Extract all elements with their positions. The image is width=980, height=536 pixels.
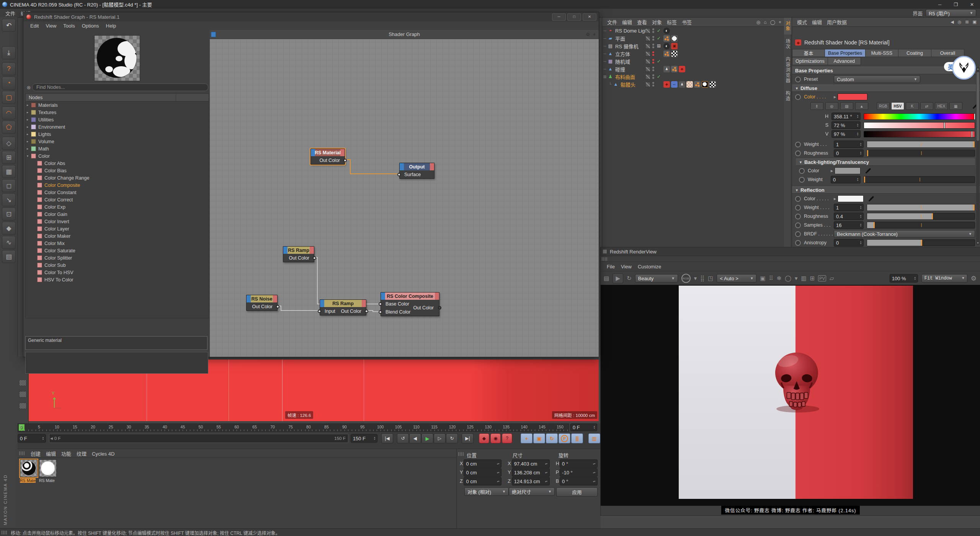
node-tree-header[interactable]: Nodes (25, 93, 209, 101)
enabled-state-icon[interactable]: ⊞ (656, 43, 662, 49)
visibility-dots[interactable] (652, 28, 654, 33)
value-field[interactable]: 97 %▴▾ (831, 130, 861, 138)
expand-icon[interactable]: ▶ (834, 95, 836, 99)
tab-advanced[interactable]: Advanced (828, 57, 861, 65)
gear-icon[interactable]: ⚙ (971, 275, 977, 283)
gear-icon[interactable]: ⚙ (586, 32, 590, 37)
current-frame-field[interactable]: 0 F▴▾ (18, 434, 46, 443)
record-options-button[interactable]: ? (502, 433, 512, 443)
backlight-weight-field[interactable]: 0▴▾ (831, 176, 861, 183)
layer-tool-icon[interactable]: ▤ (2, 250, 16, 263)
minimize-button[interactable]: ─ (932, 0, 948, 9)
plane-tool-icon[interactable]: ◻ (2, 179, 16, 192)
node-header[interactable]: RS Noise (247, 295, 277, 302)
rotation-h-field[interactable]: 0 °▴▾ (560, 459, 598, 468)
apply-button[interactable]: 应用 (556, 487, 598, 497)
menu-item-view[interactable]: View (46, 23, 56, 29)
side-tab-内容浏览器[interactable]: 内容浏览器 (784, 54, 791, 87)
diffuse-weight-slider[interactable] (867, 141, 975, 148)
tag-matwhite-icon[interactable] (671, 35, 678, 42)
menu-item-tools[interactable]: Tools (63, 23, 75, 29)
freeze-icon[interactable]: ❄ (777, 275, 782, 282)
tree-item-color-mix[interactable]: Color Mix (26, 240, 209, 247)
maximize-button[interactable]: □ (567, 13, 581, 21)
filmstrip-icon[interactable]: ▤ (604, 275, 609, 282)
lock-icon[interactable]: ▣ (973, 20, 977, 25)
object-row-立方体[interactable]: ─▲立方体 (602, 50, 784, 57)
keyframe-bar-button[interactable]: ▥ (588, 433, 600, 443)
node-wire[interactable] (314, 257, 381, 304)
reflection-color-swatch[interactable] (838, 195, 864, 202)
tree-item-color-layer[interactable]: Color Layer (26, 225, 209, 232)
anim-dot-icon[interactable] (795, 222, 801, 228)
object-row-碰撞[interactable]: ─▲碰撞♟◆ (602, 65, 784, 73)
tag-proj-icon[interactable]: ◐ (663, 28, 670, 34)
picker-mode-RGB[interactable]: RGB (877, 102, 890, 110)
add-icon[interactable]: + (779, 20, 781, 25)
layer-icon[interactable] (645, 36, 650, 41)
shader-graph-titlebar[interactable]: Redshift Shader Graph - RS Material.1 ─□… (23, 12, 599, 22)
enabled-state-icon[interactable]: ✓ (656, 74, 662, 79)
object-row-骷髅头[interactable]: └▲骷髅头◆▪▪♟ (602, 80, 784, 88)
prev-frame-button[interactable]: ◀ (409, 433, 421, 443)
tag-proj-icon[interactable]: ◐ (663, 43, 670, 49)
node-rs-material[interactable]: RS MaterialOut Color (310, 149, 345, 165)
anim-dot-icon[interactable] (799, 168, 805, 174)
tree-item-color-gain[interactable]: Color Gain (26, 211, 209, 218)
anim-dot-icon[interactable] (795, 94, 801, 100)
node-header[interactable]: RS Color Composite (381, 293, 439, 300)
node-rs-color-composite[interactable]: RS Color CompositeBase ColorBlend ColorO… (381, 292, 439, 316)
object-row-布料曲面[interactable]: ⊞♟布料曲面✓ (602, 73, 784, 80)
anisotropy-slider[interactable] (867, 239, 975, 246)
tree-item-color-splitter[interactable]: Color Splitter (26, 254, 209, 261)
saturation-field[interactable]: 72 %▴▾ (831, 121, 861, 129)
record-keyframe-button[interactable]: ◆ (479, 433, 489, 443)
grid-icon[interactable] (20, 403, 26, 409)
drag-handle-icon[interactable] (458, 452, 464, 456)
render-image-area[interactable] (601, 285, 980, 506)
copy-icon[interactable]: ▱ (830, 275, 834, 282)
tag-person-icon[interactable]: ♟ (663, 66, 670, 72)
close-button[interactable]: ✕ (583, 13, 596, 21)
tree-category-utilities[interactable]: ▸Utilities (26, 116, 209, 123)
tab-base-properties[interactable]: Base Properties (825, 49, 866, 57)
diffuse-group-header[interactable]: ▼Diffuse (792, 85, 980, 92)
image-picker-icon[interactable]: ▲ (855, 102, 868, 110)
menu-item-对象[interactable]: 对象 (652, 20, 662, 25)
material-thumbnail[interactable] (39, 459, 57, 477)
grid-icon[interactable] (20, 380, 26, 386)
tree-category-lights[interactable]: ▸Lights (26, 131, 209, 138)
anim-dot-icon[interactable] (795, 205, 801, 211)
tree-item-color-constant[interactable]: Color Constant (26, 189, 209, 196)
position-z-field[interactable]: 0 cm▴▾ (464, 477, 501, 485)
output-port[interactable] (438, 306, 441, 310)
search-icon[interactable]: ◎ (756, 20, 760, 25)
side-tab-对象[interactable]: 对象 (784, 18, 791, 34)
size-mode-select[interactable]: 绝对尺寸▼ (509, 487, 555, 496)
target-icon[interactable]: ⊞ (965, 20, 969, 25)
region-arrow-icon[interactable]: ▾ (795, 275, 798, 282)
snapshot-image-icon[interactable]: ▥ (801, 275, 807, 282)
menu-item-模式[interactable]: 模式 (797, 20, 807, 25)
backlight-group-header[interactable]: ▼Back-lighting/Translucency (796, 159, 975, 166)
layout-select[interactable]: R5 (用户)▼ (926, 9, 976, 17)
aov-select[interactable]: Beauty▼ (635, 274, 678, 283)
drag-handle[interactable] (601, 256, 980, 262)
menu-item-标签[interactable]: 标签 (667, 20, 677, 25)
node-rs-noise[interactable]: RS NoiseOut Color (246, 295, 278, 311)
eyedropper-icon[interactable] (972, 102, 975, 110)
tree-category-materials[interactable]: ▸Materials (26, 101, 209, 109)
move-down-icon[interactable]: ↘ (2, 193, 16, 206)
scale-lock-button[interactable]: ▣ (533, 433, 545, 443)
play-button[interactable]: ▶ (421, 433, 433, 443)
picker-mode-K[interactable]: K (906, 102, 919, 110)
region-icon[interactable]: ◯ (785, 275, 791, 282)
output-port[interactable] (313, 256, 316, 260)
menu-item-编辑[interactable]: 编辑 (46, 451, 56, 457)
attribute-scrollbar[interactable]: ▲▼ (976, 67, 980, 245)
object-row-平面[interactable]: ─▰平面✓ (602, 34, 784, 42)
node-wire[interactable] (344, 160, 400, 174)
object-row-RS 摄像机[interactable]: ─▤RS 摄像机⊞◐▣ (602, 42, 784, 50)
anim-dot-icon[interactable] (799, 177, 805, 183)
menu-item-书签[interactable]: 书签 (682, 20, 692, 25)
